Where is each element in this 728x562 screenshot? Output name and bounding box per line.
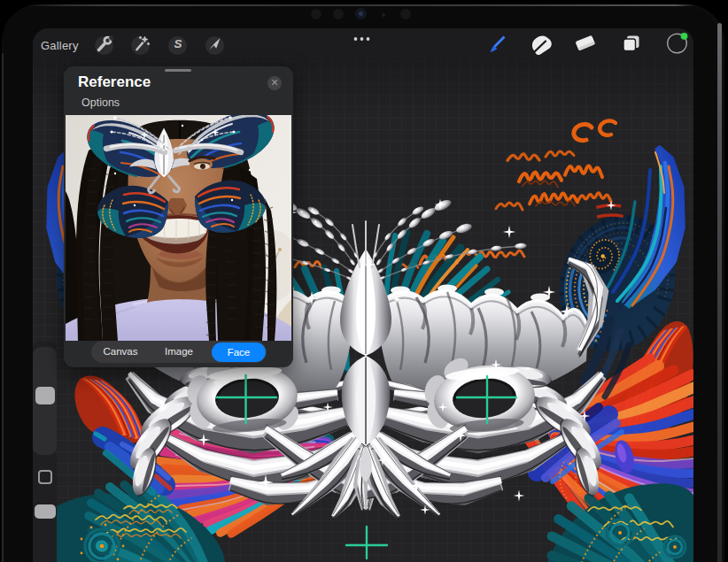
- svg-text:S: S: [174, 37, 182, 50]
